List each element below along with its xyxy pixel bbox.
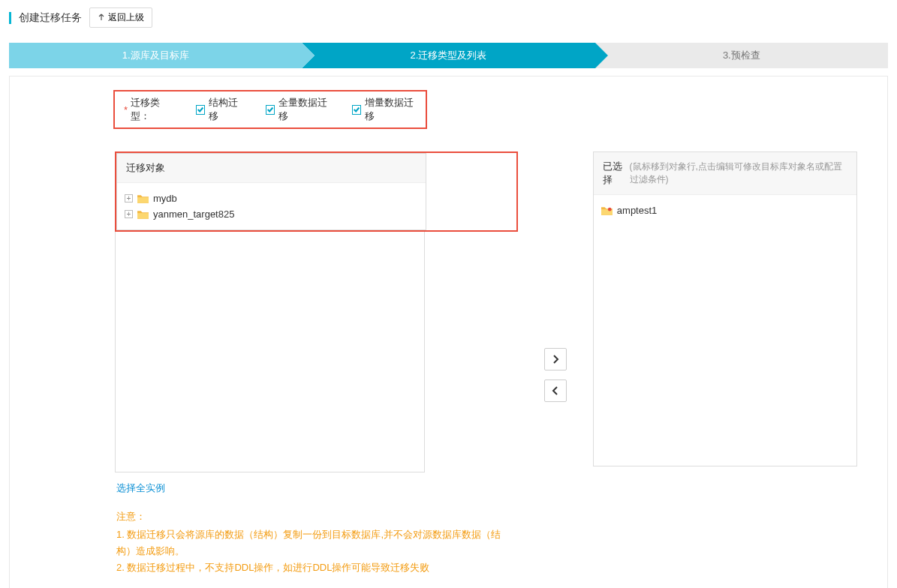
steps-bar: 1.源库及目标库 2.迁移类型及列表 3.预检查 — [9, 43, 888, 68]
checkbox-icon — [196, 105, 205, 115]
source-panel-ext — [115, 232, 425, 472]
folder-icon — [137, 194, 149, 203]
selected-panel-body: amptest1 — [594, 195, 856, 472]
accent-bar — [9, 12, 11, 24]
step-source-target[interactable]: 1.源库及目标库 — [9, 43, 302, 68]
back-label: 返回上级 — [108, 11, 144, 24]
checkbox-icon — [266, 105, 275, 115]
back-arrow-icon — [98, 13, 105, 23]
tree-item-label: yanmen_target825 — [153, 208, 234, 220]
tree-item-mydb[interactable]: + mydb — [125, 190, 418, 206]
transfer-arrows — [544, 152, 567, 588]
select-all-link[interactable]: 选择全实例 — [115, 472, 518, 495]
svg-point-0 — [608, 207, 612, 211]
folder-icon — [137, 210, 149, 219]
source-panel-body-ext — [116, 232, 424, 472]
migration-type-label: * 迁移类型： — [124, 96, 173, 123]
folder-icon — [601, 206, 613, 215]
required-asterisk: * — [124, 104, 128, 116]
selected-panel-head: 已选择 (鼠标移到对象行,点击编辑可修改目标库对象名或配置过滤条件) — [594, 152, 856, 195]
page-title: 创建迁移任务 — [19, 11, 82, 25]
source-panel-body: + mydb + yanmen_target825 — [117, 183, 426, 230]
note-line-1: 1. 数据迁移只会将源库的数据（结构）复制一份到目标数据库,并不会对源数据库数据… — [116, 526, 516, 560]
checkbox-icon — [352, 105, 361, 115]
tree-item-label: mydb — [153, 193, 177, 204]
selected-item-amptest1[interactable]: amptest1 — [601, 202, 849, 218]
transfer-row: 迁移对象 + mydb + — [10, 152, 887, 588]
note-title: 注意： — [116, 510, 516, 524]
checkbox-structure[interactable]: 结构迁移 — [196, 96, 242, 123]
move-left-button[interactable] — [544, 380, 567, 402]
migration-type-row: * 迁移类型： 结构迁移 全量数据迁移 增量数据迁移 — [113, 90, 427, 129]
move-right-button[interactable] — [544, 348, 567, 370]
step-precheck[interactable]: 3.预检查 — [595, 43, 888, 68]
source-panel-head: 迁移对象 — [117, 154, 426, 183]
expand-icon[interactable]: + — [125, 194, 133, 202]
source-panel-highlight: 迁移对象 + mydb + — [115, 152, 518, 232]
back-button[interactable]: 返回上级 — [89, 8, 152, 28]
page-header: 创建迁移任务 返回上级 — [0, 0, 897, 35]
note-line-2: 2. 数据迁移过程中，不支持DDL操作，如进行DDL操作可能导致迁移失败 — [116, 560, 516, 576]
checkbox-incremental[interactable]: 增量数据迁移 — [352, 96, 417, 123]
selected-item-label: amptest1 — [617, 205, 657, 216]
source-panel: 迁移对象 + mydb + — [116, 153, 426, 230]
selected-panel: 已选择 (鼠标移到对象行,点击编辑可修改目标库对象名或配置过滤条件) ampte… — [593, 152, 857, 466]
tree-item-yanmen[interactable]: + yanmen_target825 — [125, 206, 418, 222]
notes: 注意： 1. 数据迁移只会将源库的数据（结构）复制一份到目标数据库,并不会对源数… — [115, 495, 518, 588]
checkbox-full-data[interactable]: 全量数据迁移 — [266, 96, 330, 123]
expand-icon[interactable]: + — [125, 210, 133, 218]
step-type-list[interactable]: 2.迁移类型及列表 — [302, 43, 594, 68]
selected-panel-hint: (鼠标移到对象行,点击编辑可修改目标库对象名或配置过滤条件) — [630, 160, 847, 186]
content-area: * 迁移类型： 结构迁移 全量数据迁移 增量数据迁移 迁移对象 — [9, 76, 888, 588]
